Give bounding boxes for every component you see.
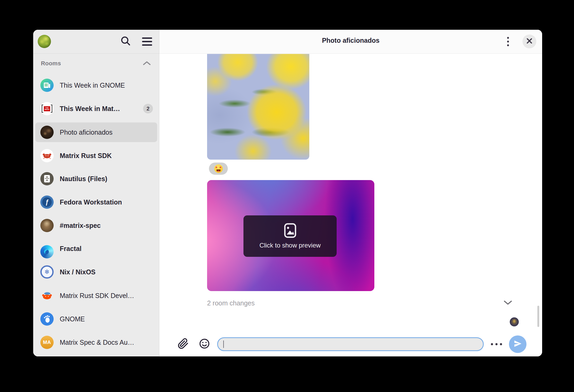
room-avatar-ferris-with-cap — [40, 289, 54, 302]
user-avatar[interactable] — [38, 35, 51, 48]
avatar-initials: MA — [43, 339, 51, 345]
search-button[interactable] — [119, 35, 132, 48]
room-name: This Week in Mat… — [60, 105, 141, 113]
room-changes-status: 2 room changes — [207, 296, 255, 310]
room-name: Fedora Workstation — [60, 198, 141, 206]
room-changes-expand-button[interactable] — [500, 296, 515, 310]
close-button[interactable] — [522, 35, 536, 48]
main-menu-button[interactable] — [141, 35, 153, 48]
room-avatar-initials: MA — [40, 336, 54, 349]
room-item-nix-nixos[interactable]: ❄ Nix / NixOS — [35, 262, 157, 282]
room-avatar-newspaper-icon — [40, 79, 54, 92]
ellipsis-icon — [491, 343, 502, 345]
close-icon — [526, 37, 533, 45]
room-avatar-camera-photo — [40, 126, 54, 139]
kebab-icon — [507, 37, 509, 46]
room-changes-label: 2 room changes — [207, 299, 255, 307]
hamburger-icon — [142, 37, 152, 46]
room-menu-button[interactable] — [502, 35, 514, 48]
emoji-button[interactable] — [198, 338, 211, 351]
more-options-button[interactable] — [488, 338, 505, 351]
room-item-matrix-spec-docs[interactable]: MA Matrix Spec & Docs Au… — [35, 333, 157, 352]
room-avatar-file-cabinet-icon — [40, 172, 54, 185]
room-name: Nautilus (Files) — [60, 175, 141, 183]
room-name: #matrix-spec — [60, 222, 141, 229]
chevron-up-icon — [142, 60, 151, 67]
attach-button[interactable] — [177, 338, 190, 351]
room-avatar-gnome-foot — [40, 312, 54, 326]
search-icon — [120, 35, 131, 48]
send-button[interactable] — [509, 335, 526, 353]
room-item-nautilus[interactable]: Nautilus (Files) — [35, 169, 157, 189]
room-item-fractal[interactable]: Fractal — [35, 239, 157, 258]
room-name: Matrix Rust SDK — [60, 152, 141, 160]
sidebar: Rooms This Week in GNOME THE WEEK This W… — [33, 30, 159, 356]
snowflake-glyph: ❄ — [44, 269, 50, 275]
room-name: Fractal — [60, 245, 141, 253]
room-name: Photo aficionados — [60, 129, 141, 136]
image-icon — [284, 223, 296, 239]
room-avatar-nix-snowflake: ❄ — [40, 265, 54, 279]
room-avatar-portrait-photo — [40, 219, 54, 232]
room-item-this-week-in-matrix[interactable]: THE WEEK This Week in Mat… 2 — [35, 99, 157, 118]
room-name: Matrix Rust SDK Devel… — [60, 292, 141, 300]
sidebar-header — [33, 30, 159, 54]
message-image-mimosa[interactable] — [207, 54, 309, 160]
room-name: GNOME — [60, 315, 141, 323]
fedora-glyph: ƒ — [45, 198, 49, 206]
room-avatar-fedora-logo: ƒ — [40, 195, 54, 209]
the-week-logo-text: THE WEEK — [44, 106, 50, 111]
reaction-pill[interactable]: ★★ — [209, 163, 228, 175]
media-preview-card: Click to show preview — [207, 180, 374, 291]
room-avatar-fractal-swirl — [40, 245, 54, 258]
read-receipt-avatar[interactable] — [510, 317, 519, 326]
room-item-matrix-rust-sdk[interactable]: Matrix Rust SDK — [35, 146, 157, 165]
room-name: Matrix Spec & Docs Au… — [60, 339, 141, 346]
room-name: Nix / NixOS — [60, 268, 141, 276]
room-item-matrix-rust-sdk-devel[interactable]: Matrix Rust SDK Devel… — [35, 286, 157, 305]
star-struck-emoji: ★★ — [214, 164, 223, 173]
preview-label: Click to show preview — [259, 242, 321, 249]
room-avatar-the-week-logo: THE WEEK — [40, 102, 54, 115]
show-preview-button[interactable]: Click to show preview — [243, 215, 337, 257]
app-window: Rooms This Week in GNOME THE WEEK This W… — [33, 30, 542, 356]
room-item-photo-aficionados[interactable]: Photo aficionados — [35, 122, 157, 142]
room-name: This Week in GNOME — [60, 82, 141, 89]
chevron-down-icon — [503, 299, 513, 307]
unread-badge: 2 — [143, 104, 153, 113]
message-input-field — [217, 337, 484, 351]
paperclip-icon — [178, 338, 189, 350]
scrollbar[interactable] — [537, 306, 539, 327]
send-icon — [513, 339, 522, 349]
room-item-matrix-spec[interactable]: #matrix-spec — [35, 216, 157, 235]
room-header: Photo aficionados — [159, 30, 542, 54]
rooms-label: Rooms — [41, 60, 61, 67]
room-avatar-ferris-crab-icon — [40, 149, 54, 162]
text-caret — [223, 340, 224, 348]
rooms-collapse-button[interactable] — [140, 58, 153, 69]
chat-panel: Photo aficionados ★★ — [159, 30, 542, 356]
rooms-section-header: Rooms — [33, 57, 159, 70]
room-item-fedora-workstation[interactable]: ƒ Fedora Workstation — [35, 192, 157, 212]
room-title: Photo aficionados — [159, 37, 542, 44]
room-item-gnome[interactable]: GNOME — [35, 309, 157, 329]
room-item-this-week-in-gnome[interactable]: This Week in GNOME — [35, 75, 157, 95]
message-input[interactable] — [223, 338, 478, 350]
smiley-icon — [199, 338, 210, 350]
message-timeline: ★★ Click to show preview 2 room changes — [159, 54, 542, 356]
